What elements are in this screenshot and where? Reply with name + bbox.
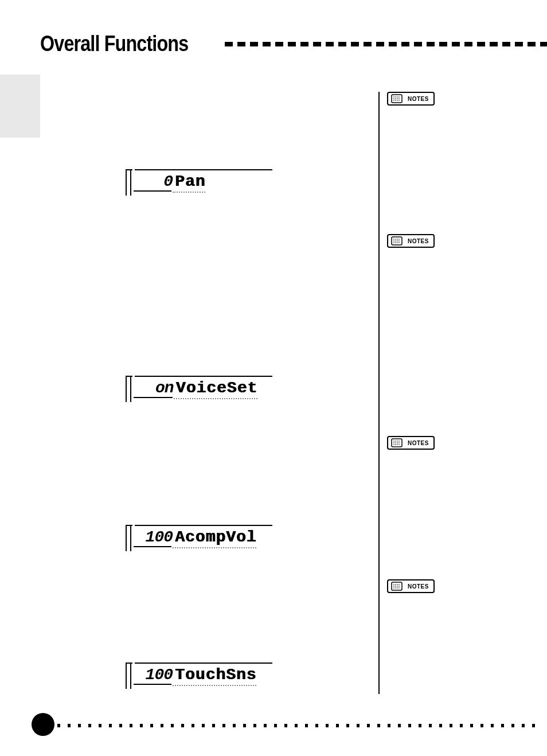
svg-point-28 (395, 441, 396, 442)
notes-badge: NOTES (387, 436, 435, 450)
svg-point-38 (398, 444, 400, 445)
svg-point-49 (395, 587, 396, 589)
lcd-content: 100 TouchSns (135, 664, 272, 687)
svg-point-15 (395, 239, 396, 240)
lcd-value: 100 (138, 666, 173, 684)
lcd-frame: 100 AcompVol (135, 525, 272, 550)
svg-point-4 (398, 96, 400, 98)
svg-point-27 (393, 441, 394, 442)
page-title: Overall Functions (40, 32, 188, 56)
lcd-frame: on VoiceSet (135, 376, 272, 401)
notes-label: NOTES (405, 583, 433, 590)
lcd-display-acompvol: 100 AcompVol (135, 525, 272, 550)
svg-point-14 (393, 239, 394, 240)
svg-point-25 (398, 242, 400, 243)
notes-badge: NOTES (387, 234, 435, 248)
svg-point-29 (397, 441, 398, 442)
notes-label: NOTES (405, 238, 433, 244)
vertical-divider (378, 92, 380, 694)
notes-icon (390, 235, 404, 247)
lcd-content: on VoiceSet (135, 377, 272, 400)
svg-point-45 (395, 586, 396, 587)
lcd-display-touchsns: 100 TouchSns (135, 663, 272, 688)
svg-point-43 (398, 584, 400, 585)
svg-point-51 (398, 587, 400, 589)
footer-page-circle (32, 713, 54, 736)
lcd-value: 0 (138, 173, 173, 190)
svg-point-2 (395, 96, 396, 98)
lcd-label: VoiceSet (174, 379, 257, 397)
svg-point-18 (393, 240, 394, 241)
svg-point-35 (393, 444, 394, 445)
svg-point-12 (398, 100, 400, 101)
svg-point-34 (398, 442, 400, 443)
svg-point-17 (398, 239, 400, 240)
svg-point-37 (397, 444, 398, 445)
svg-point-30 (398, 441, 400, 442)
lcd-frame: 0 Pan (135, 169, 272, 194)
svg-point-48 (393, 587, 394, 589)
lcd-frame: 100 TouchSns (135, 663, 272, 688)
svg-point-41 (395, 584, 396, 585)
lcd-content: 0 Pan (135, 170, 272, 193)
svg-point-42 (397, 584, 398, 585)
lcd-bracket-inner (130, 376, 132, 402)
svg-point-20 (397, 240, 398, 241)
svg-point-33 (397, 442, 398, 443)
svg-point-16 (397, 239, 398, 240)
svg-rect-0 (392, 95, 402, 103)
left-margin-bar (0, 75, 40, 138)
lcd-bracket-inner (130, 169, 132, 196)
lcd-value: 100 (138, 528, 173, 546)
svg-point-46 (397, 586, 398, 587)
svg-point-24 (397, 242, 398, 243)
svg-point-6 (395, 98, 396, 99)
svg-rect-26 (392, 439, 402, 447)
notes-icon (390, 93, 404, 104)
svg-point-10 (395, 100, 396, 101)
lcd-value: on (138, 379, 174, 397)
lcd-bracket-inner (130, 525, 132, 551)
svg-point-22 (393, 242, 394, 243)
notes-badge: NOTES (387, 579, 435, 593)
svg-point-1 (393, 96, 394, 98)
notes-label: NOTES (405, 96, 433, 102)
page-header: Overall Functions (40, 32, 547, 56)
notes-label: NOTES (405, 440, 433, 446)
header-dash-line (225, 42, 547, 46)
svg-point-40 (393, 584, 394, 585)
svg-point-31 (393, 442, 394, 443)
notes-badge: NOTES (387, 92, 435, 106)
svg-point-19 (395, 240, 396, 241)
svg-point-47 (398, 586, 400, 587)
lcd-label: Pan (173, 173, 205, 190)
lcd-label: AcompVol (173, 528, 256, 546)
lcd-display-voiceset: on VoiceSet (135, 376, 272, 401)
svg-point-36 (395, 444, 396, 445)
svg-point-5 (393, 98, 394, 99)
svg-point-23 (395, 242, 396, 243)
svg-rect-13 (392, 237, 402, 245)
svg-point-3 (397, 96, 398, 98)
notes-icon (390, 580, 404, 592)
svg-point-7 (397, 98, 398, 99)
svg-point-11 (397, 100, 398, 101)
notes-icon (390, 437, 404, 449)
lcd-label: TouchSns (173, 666, 256, 684)
svg-point-44 (393, 586, 394, 587)
footer-dot-line (57, 724, 536, 727)
svg-point-9 (393, 100, 394, 101)
svg-rect-39 (392, 582, 402, 590)
svg-point-50 (397, 587, 398, 589)
svg-point-21 (398, 240, 400, 241)
lcd-content: 100 AcompVol (135, 526, 272, 549)
svg-point-32 (395, 442, 396, 443)
lcd-bracket-inner (130, 663, 132, 689)
lcd-display-pan: 0 Pan (135, 169, 272, 194)
svg-point-8 (398, 98, 400, 99)
